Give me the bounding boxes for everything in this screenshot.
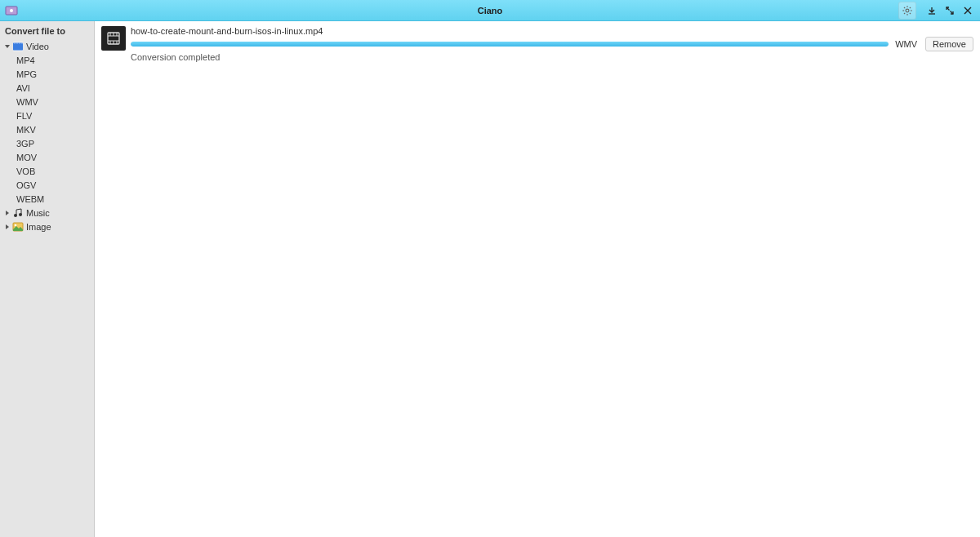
svg-point-14: [17, 42, 18, 43]
sidebar-category-label: Music: [26, 208, 50, 218]
minimize-icon: [927, 6, 937, 16]
svg-point-18: [19, 213, 22, 216]
svg-point-13: [15, 42, 16, 43]
svg-point-2: [906, 9, 909, 12]
titlebar: Ciano: [0, 0, 980, 21]
app-icon: [5, 4, 18, 17]
chevron-right-icon: [3, 223, 11, 231]
svg-line-10: [910, 7, 911, 7]
job-filename: how-to-create-mount-and-burn-isos-in-lin…: [131, 26, 973, 36]
sidebar-category-label: Video: [26, 42, 49, 51]
film-icon: [106, 31, 121, 46]
maximize-button[interactable]: [942, 3, 957, 18]
job-row: how-to-create-mount-and-burn-isos-in-lin…: [98, 24, 977, 64]
sidebar-format-vob[interactable]: VOB: [0, 164, 94, 178]
sidebar-header: Convert file to: [0, 21, 94, 39]
close-button[interactable]: [960, 3, 975, 18]
sidebar-format-mov[interactable]: MOV: [0, 150, 94, 164]
sidebar-format-3gp[interactable]: 3GP: [0, 136, 94, 150]
job-type-icon: [101, 26, 126, 51]
sidebar-format-ogv[interactable]: OGV: [0, 178, 94, 192]
sidebar: Convert file to Video MP4 MPG AVI WMV FL…: [0, 21, 95, 537]
svg-point-1: [10, 9, 13, 12]
svg-line-7: [904, 7, 905, 7]
sidebar-format-webm[interactable]: WEBM: [0, 192, 94, 206]
svg-line-9: [904, 12, 905, 13]
job-progress-bar: [131, 42, 889, 47]
chevron-down-icon: [3, 42, 11, 51]
job-status: Conversion completed: [131, 52, 973, 62]
settings-button[interactable]: [898, 2, 916, 20]
minimize-button[interactable]: [924, 3, 939, 18]
svg-point-16: [22, 42, 23, 43]
job-list: how-to-create-mount-and-burn-isos-in-lin…: [95, 21, 980, 537]
window-title: Ciano: [0, 6, 980, 16]
svg-rect-12: [13, 42, 23, 51]
music-icon: [12, 207, 24, 219]
svg-point-15: [20, 42, 20, 43]
svg-line-8: [910, 12, 911, 13]
sidebar-format-mp4[interactable]: MP4: [0, 53, 94, 67]
sidebar-category-image[interactable]: Image: [0, 220, 94, 233]
sidebar-format-flv[interactable]: FLV: [0, 109, 94, 122]
sidebar-format-mkv[interactable]: MKV: [0, 122, 94, 136]
maximize-icon: [945, 6, 955, 16]
close-icon: [963, 6, 973, 16]
chevron-right-icon: [3, 209, 11, 217]
sidebar-format-wmv[interactable]: WMV: [0, 95, 94, 109]
remove-button[interactable]: Remove: [925, 37, 973, 51]
gear-icon: [902, 5, 913, 16]
sidebar-category-music[interactable]: Music: [0, 206, 94, 220]
image-icon: [12, 221, 24, 233]
sidebar-category-video[interactable]: Video: [0, 39, 94, 53]
sidebar-category-label: Image: [26, 222, 51, 232]
sidebar-format-avi[interactable]: AVI: [0, 81, 94, 95]
job-progress-fill: [131, 42, 889, 47]
svg-point-20: [15, 224, 17, 226]
sidebar-format-mpg[interactable]: MPG: [0, 67, 94, 81]
job-target-format: WMV: [895, 39, 917, 49]
main-area: Convert file to Video MP4 MPG AVI WMV FL…: [0, 21, 980, 537]
video-icon: [12, 41, 24, 52]
